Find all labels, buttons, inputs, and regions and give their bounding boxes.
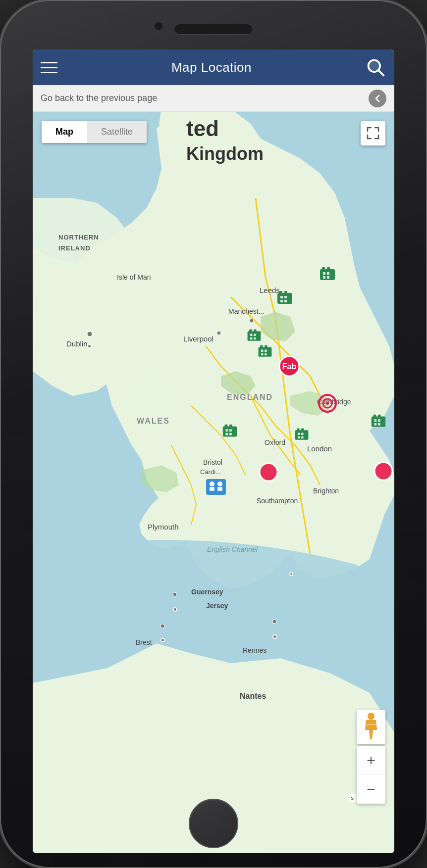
pin-green-central[interactable] xyxy=(221,423,239,440)
back-button[interactable] xyxy=(369,90,386,107)
svg-rect-26 xyxy=(254,330,256,332)
pin-green-manchester[interactable] xyxy=(275,289,294,308)
svg-text:Fab: Fab xyxy=(282,362,297,371)
svg-point-69 xyxy=(217,482,222,486)
svg-rect-57 xyxy=(298,436,300,438)
pin-blue-cluster[interactable] xyxy=(202,472,230,500)
svg-rect-21 xyxy=(284,296,287,298)
plymouth-dot xyxy=(173,607,177,612)
header-title: Map Location xyxy=(58,60,365,75)
svg-rect-56 xyxy=(301,433,303,435)
svg-rect-15 xyxy=(323,276,325,279)
svg-point-6 xyxy=(250,319,254,323)
svg-rect-53 xyxy=(297,429,299,431)
dublin-dot xyxy=(87,344,92,348)
zoom-controls: + − xyxy=(357,746,385,804)
zoom-in-button[interactable]: + xyxy=(357,746,385,775)
pin-green-midlands2[interactable] xyxy=(257,343,273,360)
svg-rect-32 xyxy=(260,345,263,348)
pin-red-cambridge[interactable] xyxy=(317,393,338,414)
svg-rect-33 xyxy=(265,345,267,348)
svg-rect-37 xyxy=(265,353,267,355)
svg-rect-40 xyxy=(229,425,232,428)
map-toggle: Map Satellite xyxy=(42,121,147,143)
pin-red-se[interactable] xyxy=(373,460,394,482)
svg-point-67 xyxy=(210,482,214,486)
pin-green-midlands1[interactable] xyxy=(246,328,263,344)
svg-rect-20 xyxy=(280,296,283,298)
svg-rect-18 xyxy=(279,291,282,294)
phone-frame: Map Location Go back to the previous pag… xyxy=(0,0,427,868)
map-view-button[interactable]: Map xyxy=(42,121,87,143)
svg-point-64 xyxy=(260,463,277,481)
svg-rect-28 xyxy=(254,334,256,336)
satellite-view-button[interactable]: Satellite xyxy=(87,121,147,143)
svg-rect-35 xyxy=(265,350,267,352)
pin-green-leeds1[interactable] xyxy=(318,265,337,284)
front-camera xyxy=(154,22,163,31)
svg-rect-55 xyxy=(298,433,300,435)
svg-rect-68 xyxy=(210,487,214,491)
svg-point-9 xyxy=(160,624,164,628)
pin-red-fab[interactable]: Fab xyxy=(277,354,301,378)
rennes-dot xyxy=(272,634,277,639)
svg-point-65 xyxy=(374,462,392,480)
svg-rect-47 xyxy=(378,415,381,418)
pin-green-east[interactable] xyxy=(370,413,387,431)
svg-point-71 xyxy=(368,713,374,720)
map-container[interactable]: ted Kingdom Map Satellite Isle of Man Du… xyxy=(33,112,394,853)
svg-rect-66 xyxy=(206,479,226,495)
screen: Map Location Go back to the previous pag… xyxy=(33,49,394,853)
svg-point-4 xyxy=(87,332,92,337)
speaker-grille xyxy=(174,24,253,35)
svg-rect-34 xyxy=(261,350,263,352)
home-button[interactable] xyxy=(189,799,238,848)
svg-line-1 xyxy=(378,70,383,75)
svg-point-63 xyxy=(326,402,329,405)
svg-rect-54 xyxy=(301,429,304,431)
svg-rect-41 xyxy=(225,429,228,432)
svg-rect-23 xyxy=(284,300,287,302)
svg-rect-36 xyxy=(261,353,263,355)
svg-point-2 xyxy=(368,60,380,72)
zoom-out-button[interactable]: − xyxy=(357,775,385,804)
scale-label: s xyxy=(349,794,356,802)
svg-rect-50 xyxy=(374,423,376,426)
app-header: Map Location xyxy=(33,49,394,85)
brest-dot xyxy=(160,638,165,642)
svg-rect-39 xyxy=(225,425,228,428)
svg-rect-51 xyxy=(378,423,380,426)
svg-rect-48 xyxy=(374,419,376,422)
svg-rect-58 xyxy=(301,436,303,438)
svg-rect-12 xyxy=(327,267,330,270)
svg-rect-70 xyxy=(217,487,222,491)
street-view-button[interactable] xyxy=(357,710,385,744)
svg-point-8 xyxy=(272,620,276,624)
hamburger-menu-button[interactable] xyxy=(41,58,58,76)
svg-rect-43 xyxy=(225,433,228,435)
back-text: Go back to the previous page xyxy=(41,93,157,103)
svg-rect-19 xyxy=(284,291,287,294)
svg-rect-46 xyxy=(374,415,376,418)
svg-point-5 xyxy=(217,331,221,335)
svg-rect-44 xyxy=(229,433,232,435)
svg-rect-13 xyxy=(323,272,325,275)
svg-rect-14 xyxy=(327,272,329,275)
svg-rect-22 xyxy=(280,300,283,302)
back-bar: Go back to the previous page xyxy=(33,85,394,112)
search-button[interactable] xyxy=(365,56,386,78)
svg-rect-29 xyxy=(250,338,252,339)
svg-rect-30 xyxy=(254,338,256,339)
svg-rect-16 xyxy=(327,276,329,279)
svg-point-7 xyxy=(173,592,177,596)
svg-rect-42 xyxy=(229,429,232,432)
svg-rect-11 xyxy=(322,267,325,270)
svg-rect-27 xyxy=(250,334,252,336)
svg-rect-25 xyxy=(249,330,252,332)
svg-rect-49 xyxy=(378,419,380,422)
pin-green-south[interactable] xyxy=(293,427,310,443)
pin-red-oxford[interactable] xyxy=(258,461,279,483)
fullscreen-button[interactable] xyxy=(361,121,385,145)
southampton-dot xyxy=(289,572,293,576)
